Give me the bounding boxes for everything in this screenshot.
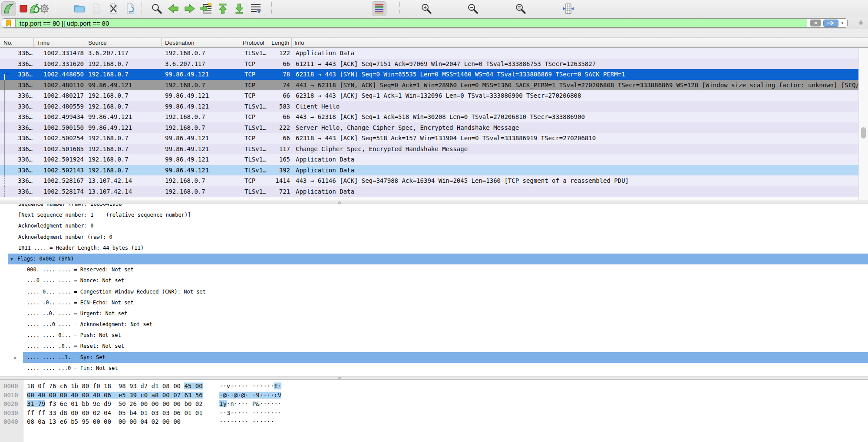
column-header-source[interactable]: Source <box>85 38 162 47</box>
reload-file-button[interactable] <box>123 1 138 16</box>
arrow-down-bar-icon <box>233 3 245 15</box>
apply-filter-button[interactable] <box>823 20 838 27</box>
packet-row[interactable]: 336…1002.52817413.107.42.14192.168.0.7TL… <box>0 186 868 197</box>
detail-line[interactable]: .... .... ...0 = Fin: Not set <box>0 363 868 374</box>
go-to-packet-button[interactable] <box>199 1 214 16</box>
packet-row[interactable]: 336…1002.502143192.168.0.799.86.49.121TL… <box>0 165 868 176</box>
column-header-time[interactable]: Time <box>34 38 85 47</box>
detail-line[interactable]: .... .... .0.. = Reset: Not set <box>0 341 868 352</box>
svg-text:01010: 01010 <box>94 11 100 13</box>
detail-line[interactable]: Sequence number (raw): 2665041958 <box>0 204 868 210</box>
detail-line[interactable]: Acknowledgment number (raw): 0 <box>0 232 868 243</box>
packet-row[interactable]: 336…1002.480217192.168.0.799.86.49.121TC… <box>0 90 868 101</box>
hex-row[interactable]: 001000 40 00 00 40 00 40 06 e5 39 c0 a8 … <box>0 391 868 400</box>
ascii-segment: ·n···· P&······ <box>227 400 281 407</box>
detail-line[interactable]: .... ..0. .... = Urgent: Not set <box>0 308 868 319</box>
filter-input[interactable]: tcp.port == 80 || udp.port == 80 <box>16 19 807 27</box>
detail-line[interactable]: ▼Flags: 0x002 (SYN) <box>0 254 868 264</box>
packet-list-scrollbar[interactable] <box>858 48 868 201</box>
packet-row[interactable]: 336…1002.501685192.168.0.799.86.49.121TL… <box>0 144 868 155</box>
packet-row[interactable]: 336…1002.501924192.168.0.799.86.49.121TL… <box>0 154 868 165</box>
close-file-button[interactable] <box>106 1 121 16</box>
column-header-length[interactable]: Length <box>269 38 292 47</box>
hex-bytes: 08 0a 13 e6 b5 95 00 00 00 00 04 02 00 0… <box>27 418 181 425</box>
cell-src: 192.168.0.7 <box>85 165 162 176</box>
arrow-up-bar-icon <box>217 3 229 15</box>
splitter-details-bytes[interactable] <box>0 376 868 379</box>
bookmark-icon[interactable] <box>2 19 16 27</box>
cell-dst: 99.86.49.121 <box>162 144 240 155</box>
go-to-first-button[interactable] <box>215 1 230 16</box>
packet-row[interactable]: 336…1002.49943499.86.49.121192.168.0.7TC… <box>0 112 868 122</box>
detail-line[interactable]: .... ...0 .... = Acknowledgment: Not set <box>0 319 868 330</box>
cell-len: 122 <box>269 48 292 59</box>
go-to-last-button[interactable] <box>232 1 247 16</box>
scrollbar-thumb[interactable] <box>861 127 866 139</box>
zoom-reset-button[interactable] <box>513 1 528 16</box>
cell-info: Application Data <box>292 186 868 197</box>
detail-line[interactable]: 000. .... .... = Reserved: Not set <box>0 264 868 275</box>
zoom-in-button[interactable] <box>419 1 434 16</box>
open-file-button[interactable] <box>72 1 87 16</box>
go-forward-button[interactable] <box>182 1 197 16</box>
detail-text: Sequence number (raw): 2665041958 <box>18 204 122 207</box>
find-packet-button[interactable] <box>149 1 164 16</box>
detail-line[interactable]: .... .... 0... = Push: Not set <box>0 330 868 341</box>
capture-options-button[interactable] <box>37 1 52 16</box>
zoom-out-button[interactable] <box>465 1 480 16</box>
filter-dropdown-caret-icon[interactable]: ▼ <box>841 21 844 25</box>
auto-scroll-button[interactable] <box>248 1 263 16</box>
cell-len: 165 <box>269 154 292 165</box>
packet-row[interactable]: 336…1002.500254192.168.0.799.86.49.121TC… <box>0 133 868 144</box>
start-capture-button[interactable] <box>1 1 16 16</box>
add-filter-button[interactable]: + <box>858 17 864 29</box>
cell-dst: 3.6.207.117 <box>162 59 240 69</box>
filter-controls: × ▼ <box>807 19 847 27</box>
column-header-protocol[interactable]: Protocol <box>240 38 269 47</box>
hex-row[interactable]: 0030ff ff 33 d8 00 00 02 04 05 b4 01 03 … <box>0 409 868 418</box>
detail-line[interactable]: .... 0... .... = Congestion Window Reduc… <box>0 287 868 297</box>
save-file-button[interactable]: 010100110101010 <box>89 1 104 16</box>
packet-row[interactable]: 336…1002.331620192.168.0.73.6.207.117TCP… <box>0 59 868 69</box>
packet-row[interactable]: 336…1002.48011099.86.49.121192.168.0.7TC… <box>0 80 868 91</box>
detail-line[interactable]: ▶.... .... ..1. = Syn: Set <box>0 352 868 363</box>
detail-line[interactable]: Acknowledgment number: 0 <box>0 221 868 231</box>
hex-row[interactable]: 002031 79 f3 6e 01 bb 9e d9 50 26 00 00 … <box>0 399 868 409</box>
packet-list-header: No.TimeSourceDestinationProtocolLengthIn… <box>0 37 868 48</box>
colored-lines-icon <box>373 3 385 15</box>
packet-row[interactable]: 336…1002.480559192.168.0.799.86.49.121TL… <box>0 101 868 112</box>
column-header-destination[interactable]: Destination <box>162 38 240 47</box>
column-header-info[interactable]: Info <box>292 38 868 47</box>
filter-bar: tcp.port == 80 || udp.port == 80 × ▼ + <box>0 17 868 29</box>
column-header-no[interactable]: No. <box>0 38 34 47</box>
toolbar-separator <box>142 2 142 15</box>
packet-row[interactable]: 336…1002.448050192.168.0.799.86.49.121TC… <box>0 69 868 80</box>
cell-no: 336… <box>0 122 34 133</box>
cell-len: 1414 <box>269 175 292 186</box>
cell-len: 392 <box>269 165 292 176</box>
hex-row[interactable]: 000018 0f 76 c6 1b 80 f0 18 98 93 d7 d1 … <box>0 382 868 391</box>
packet-row[interactable]: 336…1002.50015099.86.49.121192.168.0.7TL… <box>0 122 868 133</box>
cell-dst: 192.168.0.7 <box>162 122 240 133</box>
packet-row[interactable]: 336…1002.3314783.6.207.117192.168.0.7TLS… <box>0 48 868 59</box>
colorize-button[interactable] <box>372 1 386 16</box>
detail-line[interactable]: ...0 .... .... = Nonce: Not set <box>0 275 868 286</box>
cell-src: 3.6.207.117 <box>85 48 162 59</box>
clear-filter-button[interactable]: × <box>810 20 821 26</box>
detail-line[interactable]: .... .0.. .... = ECN-Echo: Not set <box>0 297 868 308</box>
detail-line[interactable]: [Next sequence number: 1 (relative seque… <box>0 210 868 221</box>
display-filter-field[interactable]: tcp.port == 80 || udp.port == 80 × ▼ <box>2 18 848 28</box>
packet-details-pane: Sequence number (raw): 2665041958[Next s… <box>0 204 868 376</box>
cell-len: 117 <box>269 144 292 155</box>
detail-line[interactable]: 1011 .... = Header Length: 44 bytes (11) <box>0 243 868 254</box>
splitter-list-details[interactable] <box>0 201 868 204</box>
expander-open-icon[interactable]: ▼ <box>10 254 13 264</box>
expander-closed-icon[interactable]: ▶ <box>14 352 17 363</box>
go-back-button[interactable] <box>166 1 181 16</box>
resize-columns-button[interactable] <box>561 1 576 16</box>
cell-src: 192.168.0.7 <box>85 154 162 165</box>
hex-row[interactable]: 004008 0a 13 e6 b5 95 00 00 00 00 04 02 … <box>0 417 868 426</box>
columns-resize-icon <box>562 3 574 15</box>
detail-text: .... .... 0... = Push: Not set <box>27 332 121 338</box>
packet-row[interactable]: 336…1002.52816713.107.42.14192.168.0.7TC… <box>0 175 868 186</box>
